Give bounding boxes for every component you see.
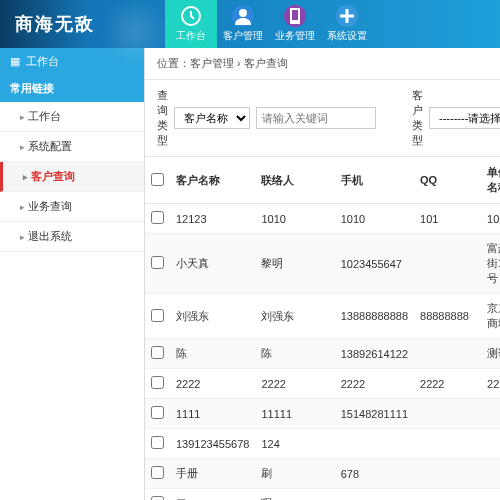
row-checkbox[interactable] [151, 346, 164, 359]
table-row: 手册刷678 [145, 459, 500, 489]
app-logo: 商海无敌 [0, 12, 145, 36]
row-checkbox[interactable] [151, 256, 164, 269]
table-row: 22222222222222222222 [145, 369, 500, 399]
nav-1[interactable]: 客户管理 [217, 0, 269, 48]
filter-label-2: 客户类型 [412, 88, 423, 148]
table-row: 11111111115148281111 [145, 399, 500, 429]
row-checkbox[interactable] [151, 466, 164, 479]
sidebar-item-2[interactable]: 客户查询 [0, 162, 144, 192]
sidebar-item-4[interactable]: 退出系统 [0, 222, 144, 252]
row-checkbox[interactable] [151, 496, 164, 500]
sidebar-item-1[interactable]: 系统配置 [0, 132, 144, 162]
table-row: 12123101010101011021 [145, 204, 500, 234]
table-row: 小天真黎明1023455647富豪街12号 [145, 234, 500, 294]
breadcrumb: 位置：客户管理 › 客户查询 [145, 48, 500, 80]
nav-icon-2 [284, 5, 306, 27]
customer-table: 客户名称联络人手机QQ单位名称 12123101010101011021小天真黎… [145, 157, 500, 500]
filter-label-1: 查询类型 [157, 88, 168, 148]
table-row: 二啊 [145, 489, 500, 501]
col-header: QQ [414, 157, 481, 204]
row-checkbox[interactable] [151, 211, 164, 224]
col-header: 联络人 [255, 157, 334, 204]
table-row: 139123455678124 [145, 429, 500, 459]
nav-3[interactable]: 系统设置 [321, 0, 373, 48]
grid-icon: ▦ [10, 55, 20, 68]
row-checkbox[interactable] [151, 309, 164, 322]
nav-icon-0 [180, 5, 202, 27]
svg-point-1 [239, 9, 247, 17]
nav-icon-1 [232, 5, 254, 27]
table-row: 刘强东刘强东1388888888888888888京东商城 [145, 294, 500, 339]
sidebar-item-3[interactable]: 业务查询 [0, 192, 144, 222]
table-row: 陈陈13892614122测试 [145, 339, 500, 369]
customer-type-select[interactable]: --------请选择-------- [429, 107, 500, 129]
col-header: 手机 [335, 157, 414, 204]
row-checkbox[interactable] [151, 406, 164, 419]
sidebar-item-0[interactable]: 工作台 [0, 102, 144, 132]
svg-rect-3 [292, 10, 298, 20]
row-checkbox[interactable] [151, 436, 164, 449]
query-type-select[interactable]: 客户名称 [174, 107, 250, 129]
select-all-checkbox[interactable] [151, 173, 164, 186]
col-header: 单位名称 [481, 157, 500, 204]
row-checkbox[interactable] [151, 376, 164, 389]
keyword-input[interactable] [256, 107, 376, 129]
nav-2[interactable]: 业务管理 [269, 0, 321, 48]
sidebar-section: 常用链接 [0, 75, 144, 102]
col-header: 客户名称 [170, 157, 255, 204]
nav-icon-3 [336, 5, 358, 27]
